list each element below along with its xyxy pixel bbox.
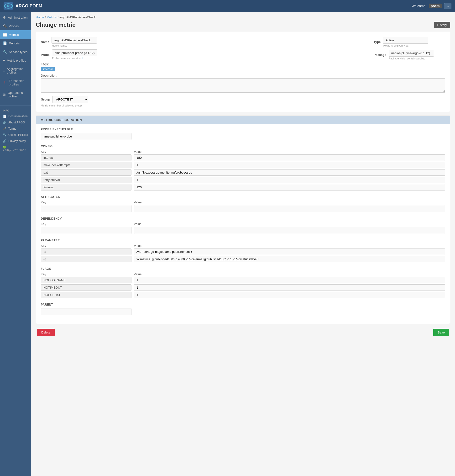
- sidebar-item-metric-profiles[interactable]: ≡ Metric profiles: [0, 56, 31, 65]
- breadcrumb-metrics[interactable]: Metrics: [47, 16, 57, 19]
- operations-icon: ⊞: [3, 93, 6, 97]
- config-val-path[interactable]: [134, 169, 445, 176]
- package-input[interactable]: [389, 50, 434, 57]
- config-val-timeout[interactable]: [134, 184, 445, 190]
- param-row-s: [41, 248, 445, 255]
- flags-label: FLAGS: [41, 267, 445, 271]
- sidebar: ⚙ Administration 🔌 Probes 📊 Metrics 📄 Re…: [0, 12, 31, 476]
- probe-label: Probe: [41, 53, 50, 57]
- history-button[interactable]: History: [434, 22, 450, 28]
- breadcrumb-current: argo.AMSPublisher-Check: [59, 16, 96, 19]
- page-header: Change metric History: [36, 22, 450, 28]
- action-bar: Delete Save: [36, 329, 450, 336]
- welcome-text: Welcome,: [412, 4, 426, 8]
- type-hint: Metric is of given type.: [383, 44, 445, 47]
- config-val-maxcheckattempts[interactable]: [134, 162, 445, 168]
- flags-val-nohostname[interactable]: [134, 277, 445, 283]
- name-input[interactable]: [51, 37, 97, 44]
- terms-label: Terms: [8, 127, 16, 130]
- probe-field-wrapper: Probe name and version ℹ: [52, 49, 369, 60]
- dep-key-header: Key: [41, 222, 131, 226]
- gear-icon: ⚙: [3, 16, 6, 19]
- description-textarea[interactable]: [41, 78, 445, 93]
- config-row-path: [41, 169, 445, 176]
- metrics-icon: 📊: [3, 33, 7, 37]
- attr-empty-key[interactable]: [41, 205, 131, 212]
- logout-button[interactable]: →: [444, 3, 451, 9]
- flags-key-nohostname: [41, 277, 131, 283]
- sidebar-item-label: Probes: [9, 24, 19, 28]
- brand-text: ARGO POEM: [16, 4, 42, 8]
- breadcrumb-home[interactable]: Home: [36, 16, 44, 19]
- doc-label: Documentation: [8, 115, 28, 118]
- param-header-row: Key Value: [41, 244, 445, 247]
- group-row: Group ARGOTEST: [41, 96, 445, 103]
- flags-header-row: Key Value: [41, 272, 445, 276]
- dep-empty-val[interactable]: [134, 227, 445, 234]
- parent-empty-key[interactable]: [41, 308, 131, 315]
- config-header-row: Key Value: [41, 150, 445, 154]
- parameter-label: PARAMETER: [41, 239, 445, 242]
- save-button[interactable]: Save: [433, 329, 449, 336]
- dependency-subsection: DEPENDENCY Key Value: [41, 217, 445, 234]
- sidebar-item-about[interactable]: 🔗 About ARGO: [0, 119, 31, 126]
- sidebar-item-operations-profiles[interactable]: ⊞ Operations profiles: [0, 89, 31, 100]
- config-row-retryinterval: [41, 177, 445, 183]
- version-icon: 🟢: [3, 146, 6, 148]
- sidebar-item-terms[interactable]: 🎤 Terms: [0, 126, 31, 132]
- sidebar-item-cookie-policies[interactable]: 🔧 Cookie Policies: [0, 132, 31, 138]
- param-key-s: [41, 248, 131, 255]
- type-input[interactable]: [383, 37, 428, 44]
- config-key-maxcheckattempts: [41, 162, 131, 168]
- sidebar-item-metrics[interactable]: 📊 Metrics: [0, 30, 31, 39]
- config-val-interval[interactable]: [134, 155, 445, 161]
- username-badge: poem: [429, 4, 441, 8]
- probe-input[interactable]: [52, 49, 97, 56]
- delete-button[interactable]: Delete: [37, 329, 55, 336]
- config-key-retryinterval: [41, 177, 131, 183]
- param-val-s[interactable]: [134, 248, 445, 255]
- tags-list: internal: [41, 66, 445, 71]
- sidebar-item-documentation[interactable]: 📄 Documentation: [0, 113, 31, 119]
- config-subsection: CONFIG Key Value: [41, 145, 445, 190]
- privacy-icon: 🔗: [3, 140, 7, 143]
- param-val-q[interactable]: [134, 256, 445, 262]
- thresholds-icon: ❗: [3, 81, 7, 84]
- flags-val-header: Value: [134, 272, 445, 276]
- parameter-subsection: PARAMETER Key Value: [41, 239, 445, 262]
- sidebar-item-aggregation-profiles[interactable]: ≡ Aggregation profiles: [0, 65, 31, 77]
- config-label: CONFIG: [41, 145, 445, 148]
- config-val-retryinterval[interactable]: [134, 177, 445, 183]
- group-select[interactable]: ARGOTEST: [52, 96, 88, 103]
- service-types-icon: 🔧: [3, 50, 7, 54]
- attr-header-row: Key Value: [41, 201, 445, 204]
- sidebar-item-label: Metrics: [9, 33, 19, 37]
- flags-key-header: Key: [41, 272, 131, 276]
- attr-key-header: Key: [41, 201, 131, 204]
- group-hint: Metric is member of selected group.: [41, 104, 445, 107]
- probe-executable-input[interactable]: [41, 133, 131, 140]
- description-label: Description:: [41, 74, 445, 77]
- version-text: 2.3.0.post20190710: [3, 149, 26, 152]
- config-key-path: [41, 169, 131, 176]
- package-hint: Package which contains probe.: [389, 57, 445, 60]
- flags-val-nopublish[interactable]: [134, 292, 445, 298]
- probe-executable-label: PROBE EXECUTABLE: [41, 128, 445, 131]
- dep-empty-key[interactable]: [41, 227, 131, 234]
- package-label: Package: [374, 53, 386, 57]
- sidebar-item-probes[interactable]: 🔌 Probes: [0, 22, 31, 30]
- attr-empty-val[interactable]: [134, 205, 445, 212]
- sidebar-item-thresholds-profiles[interactable]: ❗ Thresholds profiles: [0, 77, 31, 89]
- sidebar-item-reports[interactable]: 📄 Reports: [0, 39, 31, 48]
- tag-internal: internal: [41, 67, 55, 71]
- breadcrumb: Home / Metrics / argo.AMSPublisher-Check: [36, 16, 450, 19]
- attr-val-header: Value: [134, 201, 445, 204]
- flags-row-nohostname: [41, 277, 445, 283]
- flags-val-notimeout[interactable]: [134, 284, 445, 291]
- config-key-timeout: [41, 184, 131, 190]
- sidebar-item-administration[interactable]: ⚙ Administration: [0, 13, 31, 22]
- param-val-header: Value: [134, 244, 445, 247]
- sidebar-item-privacy-policy[interactable]: 🔗 Privacy policy: [0, 138, 31, 144]
- info-icon: ℹ: [82, 57, 83, 60]
- sidebar-item-service-types[interactable]: 🔧 Service types: [0, 48, 31, 56]
